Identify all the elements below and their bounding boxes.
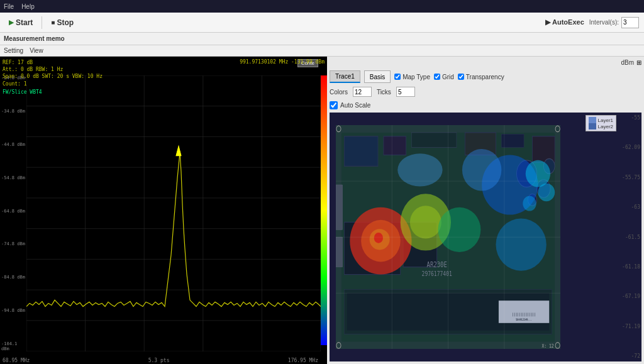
map-type-label: Map Type (402, 74, 430, 80)
spectrum-info: REF: 17 dB Att.: 0 dB RBW: 1 Hz Span: 0.… (3, 59, 103, 96)
dbm-scale: -24.8 dBm -34.8 dBm -44.8 dBm -54.8 dBm … (0, 75, 26, 351)
grid-label: Grid (442, 74, 454, 80)
map-type-checkbox[interactable] (394, 74, 401, 80)
heatmap-y-label-3: -63 (619, 204, 640, 210)
spectrum-peak-info: 991.97130102 MHz -131.99 dBm (240, 59, 325, 65)
freq-start: 68.95 MHz (3, 358, 30, 363)
dbm-row: dBm ⊞ (330, 59, 641, 66)
grid-checkbox[interactable] (434, 74, 440, 80)
frequency-labels: 68.95 MHz 5.3 pts 176.95 MHz (0, 356, 321, 364)
arrow-icon: ▶ (545, 18, 550, 26)
start-label: Start (16, 18, 33, 27)
stop-icon: ■ (51, 19, 55, 26)
stop-button[interactable]: ■ Stop (47, 17, 77, 28)
legend-item-layer1: Layer1 (589, 117, 613, 123)
right-panel: dBm ⊞ Trace1 Basis Map Type Grid Transpa… (327, 57, 644, 364)
title-bar: File Help (0, 0, 644, 13)
measurement-memo-title: Measurement memo (4, 35, 65, 42)
play-icon: ▶ (9, 19, 14, 26)
colors-label: Colors (330, 89, 348, 96)
heatmap-container: -55 -62.09 -55.75 -63 -61.5 -61.18 -67.1… (330, 113, 641, 361)
heatmap-y-axis: -55 -62.09 -55.75 -63 -61.5 -61.18 -67.1… (618, 113, 641, 361)
settings-row: Colors Ticks (330, 86, 641, 97)
spectrum-trace-label: FW/Slice WBT4 (3, 89, 103, 96)
spectrum-peak-freq: 991.97130102 MHz -131.99 dBm (240, 59, 325, 65)
tab-basis[interactable]: Basis (364, 70, 391, 83)
spectrum-info-line2: Att.: 0 dB RBW: 1 Hz (3, 66, 103, 73)
heatmap-svg: AR230E 2976177401 |||||||||||||| 5049123… (336, 125, 560, 349)
menu-setting[interactable]: Setting (4, 47, 23, 54)
main-content: REF: 17 dB Att.: 0 dB RBW: 1 Hz Span: 0.… (0, 57, 644, 364)
colors-input[interactable] (353, 87, 372, 97)
dbm-right-label: dBm (621, 59, 634, 66)
dbm-label-7: -94.8 dBm (1, 308, 25, 313)
heatmap-y-label-4: -61.5 (619, 234, 640, 240)
map-type-checkbox-group: Map Type (394, 74, 430, 80)
heatmap-y-label-5: -61.18 (619, 264, 640, 270)
dbm-label-8: -104.1 dBm (1, 341, 25, 351)
spectrum-line (26, 75, 321, 351)
heatmap-y-label-7: -71.19 (619, 324, 640, 329)
menu-view[interactable]: View (30, 47, 43, 54)
legend-color-layer2 (589, 123, 596, 130)
autoscale-checkbox[interactable] (330, 101, 338, 109)
ticks-label: Ticks (377, 89, 391, 96)
legend-item-layer2: Layer2 (589, 123, 613, 130)
svg-text:X: 12: X: 12 (542, 343, 554, 349)
svg-marker-16 (176, 146, 181, 155)
stop-label: Stop (57, 18, 74, 27)
transparency-label: Transparency (466, 74, 504, 80)
interval-input[interactable] (621, 17, 639, 28)
dbm-label-3: -54.8 dBm (1, 175, 25, 180)
sub-toolbar: Measurement memo (0, 33, 644, 45)
heatmap-y-label-6: -67.19 (619, 294, 640, 299)
transparency-checkbox[interactable] (458, 74, 464, 80)
autoexec-label: ▶ AutoExec (545, 18, 584, 26)
toolbar-separator (42, 16, 42, 29)
autoexec-text: AutoExec (552, 18, 584, 26)
heatmap-y-label-2: -55.75 (619, 175, 640, 180)
interval-label: Interval(s): (589, 19, 619, 26)
expand-icon[interactable]: ⊞ (636, 59, 641, 66)
freq-end: 176.95 MHz (288, 358, 318, 363)
spectrum-info-line1: REF: 17 dB (3, 59, 103, 66)
legend-label-layer2: Layer2 (598, 124, 613, 130)
menu-help[interactable]: Help (21, 3, 35, 10)
dbm-label-6: -84.8 dBm (1, 275, 25, 280)
right-top-controls: Trace1 Basis Map Type Grid Transparency (330, 70, 641, 84)
autoscale-row: Auto Scale (330, 100, 641, 110)
autoscale-label: Auto Scale (340, 102, 370, 109)
grid-checkbox-group: Grid (434, 74, 454, 80)
transparency-checkbox-group: Transparency (458, 74, 504, 80)
dbm-label-4: -64.8 dBm (1, 209, 25, 214)
spectrum-panel: REF: 17 dB Att.: 0 dB RBW: 1 Hz Span: 0.… (0, 57, 327, 364)
menu-file[interactable]: File (4, 3, 14, 10)
menu-bar: Setting View (0, 45, 644, 57)
dbm-label-1: -34.8 dBm (1, 109, 25, 114)
start-button[interactable]: ▶ Start (5, 17, 36, 28)
toolbar: ▶ Start ■ Stop ▶ AutoExec Interval(s): (0, 13, 644, 33)
spectrum-info-line4: Count: 1 (3, 80, 103, 87)
heatmap-y-label-1: -62.09 (619, 145, 640, 150)
ticks-input[interactable] (396, 87, 415, 97)
legend-label-layer1: Layer1 (598, 118, 613, 123)
spectrum-info-line3: Span: 0.0 dB SWT: 20 s VBW: 10 Hz (3, 73, 103, 80)
freq-center: 5.3 pts (148, 358, 170, 363)
tab-trace1[interactable]: Trace1 (330, 70, 360, 83)
layer-legend: Layer1 Layer2 (586, 115, 616, 131)
color-scale-bar (321, 75, 327, 345)
dbm-label-5: -74.8 dBm (1, 241, 25, 246)
dbm-label-2: -44.8 dBm (1, 142, 25, 147)
heatmap-y-label-0: -55 (619, 115, 640, 121)
heatmap-y-label-8: -72 (619, 353, 640, 359)
legend-color-layer1 (589, 117, 596, 123)
